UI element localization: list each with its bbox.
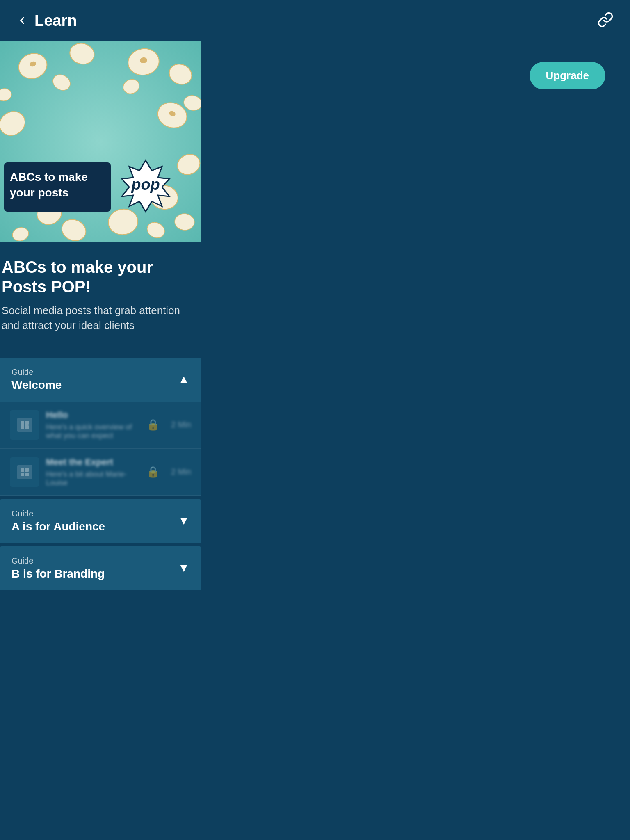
lesson-title: Meet the Expert [46, 457, 135, 468]
hero-image: ABCs to make your posts pop [0, 41, 201, 242]
chevron-down-icon: ▼ [178, 562, 189, 575]
header: Learn [0, 0, 630, 41]
svg-rect-30 [25, 421, 29, 425]
lesson-item[interactable]: Meet the Expert Here's a bit about Marie… [0, 449, 201, 496]
guide-welcome-label: Guide [11, 368, 62, 377]
svg-rect-31 [21, 425, 24, 429]
page-title: Learn [34, 12, 77, 30]
svg-rect-29 [21, 421, 24, 425]
guide-branding-info: Guide B is for Branding [11, 556, 105, 580]
guide-welcome-name: Welcome [11, 379, 62, 392]
lock-icon: 🔒 [146, 466, 160, 478]
lesson-thumbnail [10, 457, 39, 487]
hero-background-svg: ABCs to make your posts pop [0, 41, 201, 242]
back-button[interactable] [16, 15, 28, 26]
welcome-lessons: Hello Here's a quick overview of what yo… [0, 402, 201, 496]
lesson-duration: 2 Min [171, 467, 191, 477]
left-panel: ABCs to make your posts pop ABCs to make… [0, 41, 201, 590]
lesson-title: Hello [46, 410, 135, 420]
lock-icon: 🔒 [146, 418, 160, 431]
lesson-desc: Here's a quick overview of what you can … [46, 423, 135, 440]
chevron-down-icon: ▼ [178, 514, 189, 527]
guide-audience-label: Guide [11, 509, 105, 518]
svg-rect-36 [25, 472, 29, 476]
svg-text:your posts: your posts [10, 186, 68, 199]
guide-branding-name: B is for Branding [11, 567, 105, 580]
chevron-up-icon: ▲ [178, 373, 189, 386]
guide-welcome-header[interactable]: Guide Welcome ▲ [0, 358, 201, 402]
lesson-thumb-icon [17, 465, 32, 479]
lesson-duration: 2 Min [171, 420, 191, 429]
svg-rect-35 [21, 472, 24, 476]
header-left: Learn [16, 12, 77, 30]
main-content: ABCs to make your posts pop ABCs to make… [0, 41, 630, 590]
lesson-info: Hello Here's a quick overview of what yo… [46, 410, 135, 440]
guide-audience: Guide A is for Audience ▼ [0, 499, 201, 543]
lesson-desc: Here's a bit about Marie-Louise [46, 470, 135, 487]
guide-branding-label: Guide [11, 556, 105, 566]
guide-audience-info: Guide A is for Audience [11, 509, 105, 533]
upgrade-button[interactable]: Upgrade [530, 62, 605, 89]
lesson-thumb-icon [17, 418, 32, 432]
share-button[interactable] [597, 11, 614, 30]
lesson-thumbnail [10, 410, 39, 440]
guide-welcome: Guide Welcome ▲ [0, 358, 201, 496]
content-title: ABCs to make your Posts POP! [2, 257, 193, 297]
right-panel: Upgrade [201, 41, 630, 590]
content-description: Social media posts that grab attention a… [2, 303, 193, 333]
lesson-item[interactable]: Hello Here's a quick overview of what yo… [0, 402, 201, 449]
svg-text:ABCs to make: ABCs to make [10, 171, 88, 183]
guide-audience-header[interactable]: Guide A is for Audience ▼ [0, 499, 201, 543]
lesson-info: Meet the Expert Here's a bit about Marie… [46, 457, 135, 487]
svg-rect-33 [21, 468, 24, 472]
guide-branding: Guide B is for Branding ▼ [0, 546, 201, 590]
svg-text:pop: pop [131, 176, 160, 193]
guide-branding-header[interactable]: Guide B is for Branding ▼ [0, 546, 201, 590]
svg-rect-34 [25, 468, 29, 472]
svg-rect-32 [25, 425, 29, 429]
guide-audience-name: A is for Audience [11, 520, 105, 533]
guide-welcome-info: Guide Welcome [11, 368, 62, 392]
content-section: ABCs to make your Posts POP! Social medi… [0, 242, 201, 358]
